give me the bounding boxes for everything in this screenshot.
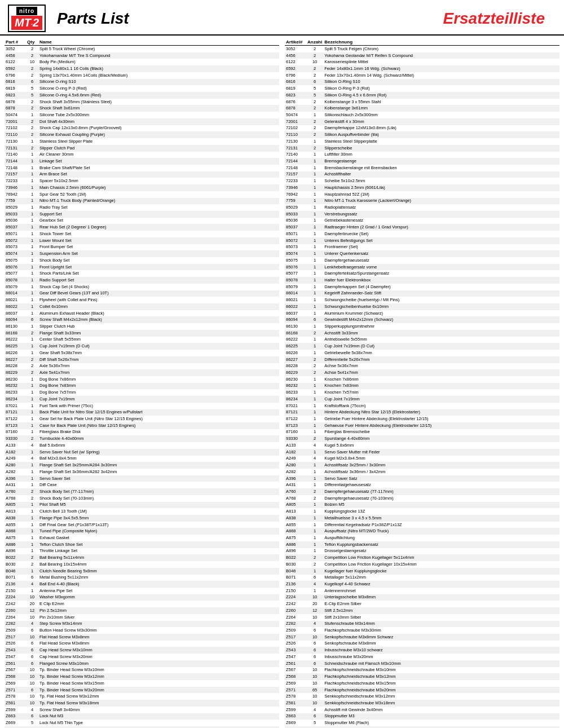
table-row: Z26410Stift 2x10mm Silber: [285, 614, 559, 621]
ersatzteilliste-title: Ersatzteilliste: [443, 10, 545, 28]
table-row: Z56910Flachkopfschneidschraube M3x15mm: [285, 680, 559, 687]
table-row: 862261Gear Shaft 5x38x7mm: [5, 350, 279, 356]
table-row: 721401Air Cleaner 30mm: [5, 152, 279, 158]
table-row: Z58110Senkkopfschneidschraube M3x18mm: [285, 700, 559, 707]
table-row: Z6695Lock Nut M5 Thin Type: [5, 720, 279, 726]
table-row: 850781Halter fuer Elektronikbox: [285, 277, 559, 284]
table-row: Z1501Antennenrohrset: [285, 588, 559, 594]
table-row: 850721Lower Mount Set: [5, 237, 279, 244]
table-row: 721301Stainless Steel Slipper Plate: [5, 138, 279, 145]
logo-area: nitro MT·2: [8, 5, 46, 32]
table-row: 850361Gearbox Set: [5, 218, 279, 224]
table-row: Z2824Stufenschraube M3x14mm: [285, 621, 559, 628]
table-row: Z2824Step Screw M3x14mm: [5, 621, 279, 628]
table-row: Z56810Flachkopfschneidschraube M3x12mm: [285, 673, 559, 680]
table-row: 67962Spring 13x70x1.40mm 14Coils (Black/…: [5, 72, 279, 79]
table-row: B0302Ball Bearing 10x15x4mm: [5, 561, 279, 568]
table-row: 862301Dog Bone 7x86mm: [5, 376, 279, 383]
table-row: 862282Achse 5x36x7mm: [285, 363, 559, 370]
table-row: 862321Knochen 7x83mm: [285, 383, 559, 390]
table-row: A4311Differentialgehaeusesatz: [285, 482, 559, 488]
table-row: 68166Silikon O-Ring S10: [285, 79, 559, 86]
table-row: Z22410Unterlagsscheibe M3x8mm: [285, 594, 559, 601]
right-parts-table: Artikel# Anzahl Bezeichnung 30522Split 5…: [285, 39, 559, 728]
table-row: Z51710Senkopfschraube M3x8mm Schwarz: [285, 634, 559, 641]
table-row: A3961Servo Saver Satz: [285, 475, 559, 482]
table-row: 721301Stainless Steel Slipperplatte: [285, 138, 559, 145]
table-row: A1334Kugel 5.8x6mm: [285, 442, 559, 449]
table-row: 871221Gear Set for Back Plate Unit (Nitr…: [5, 416, 279, 422]
table-row: A8681Auspuffsatz (Nitro MT/2WD Truck): [285, 528, 559, 535]
table-row: 68762Shock Shaft 3x55mm (Stainless Steel…: [5, 99, 279, 105]
table-row: 850751Shock Body Set: [5, 257, 279, 264]
table-row: 30522Split 5 Truck Wheel (Chrome): [5, 46, 279, 52]
table-row: 862272Differentielle 5x26x7mm: [285, 356, 559, 363]
table-row: Z5994Screw Shaft 3x40mm: [5, 707, 279, 713]
left-column: Part # Qty Name 30522Split 5 Truck Wheel…: [5, 39, 279, 728]
table-row: 850371Rear Hub Set (2 Degree/ 1 Degree): [5, 224, 279, 231]
table-row: 861682Flange Shaft 3x33mm: [5, 330, 279, 337]
col-header-artikel: Artikel#: [285, 39, 306, 46]
table-row: A8681Tuned Pipe (Composite Nylon): [5, 528, 279, 535]
table-row: 871601Fiberglass Brake Disk: [5, 429, 279, 436]
table-row: 44562Yokohama Geolandar M/T Reifen S Com…: [285, 52, 559, 59]
table-row: 850771Daempferteilsatz/Spurstangensatz: [285, 270, 559, 277]
table-row: Z56810Tp. Binder Head Screw M3x12mm: [5, 673, 279, 680]
table-row: 68195Silicone O-ring P-3 (Red): [5, 85, 279, 92]
table-row: 721571Achsstifthalter: [285, 171, 559, 178]
table-row: B0222Competition Low Friction Kugellager…: [285, 554, 559, 561]
parts-list-title: Parts List: [57, 10, 129, 28]
table-row: 739461Main Chassis 2.5mm (6061/Purple): [5, 184, 279, 191]
table-row: A7602Shock Body Set (77-117mm): [5, 488, 279, 495]
table-row: A8051Bolzen M5: [285, 502, 559, 509]
table-row: A8131Kupplungsglocke 13Z: [285, 508, 559, 515]
table-row: 860221Collet 6x10mm: [5, 303, 279, 310]
table-row: Z5616Schneidschraube mit Flansch M3x10mm: [285, 660, 559, 667]
table-row: Z26012Stift 2.5x12mm: [285, 607, 559, 614]
table-row: 850791Daempferkappen Set (4 Daempfer): [285, 284, 559, 290]
table-row: 850721Unteres Befestigungs Set: [285, 237, 559, 244]
table-row: 721312Slipperscheibe: [285, 145, 559, 152]
table-row: 871221Getriebe Fuer Hintere Abdeckung (E…: [285, 416, 559, 422]
table-row: 77591Nitro MT-1 Truck Body (Painted/Oran…: [5, 198, 279, 205]
table-row: 850331Support Set: [5, 211, 279, 218]
table-row: A8961Throttle Linkage Set: [5, 548, 279, 555]
table-row: Z22410Washer M3xgomm: [5, 594, 279, 601]
table-row: 862282Axle 5x36x7mm: [5, 363, 279, 370]
table-row: 721312Slipper Clutch Pad: [5, 145, 279, 152]
table-row: 850771Shock Parts/Link Set: [5, 270, 279, 277]
table-row: 850731Front Bumper Set: [5, 244, 279, 251]
table-row: Z57810Senkkopfschneidschraube M3x12mm: [285, 693, 559, 700]
table-row: B0716Metal Bushing 5x11x2mm: [5, 575, 279, 581]
nitro-logo: nitro: [16, 7, 37, 15]
table-row: 871211Back Plate Unit for Nitro Star 12/…: [5, 409, 279, 416]
col-header-part: Part #: [5, 39, 26, 46]
table-row: 862292Achse 5x41x7mm: [285, 369, 559, 376]
table-row: Z26012Pin 2.5x12mm: [5, 607, 279, 614]
table-row: 850711Shock Tower Set: [5, 231, 279, 237]
table-row: A2821Flange Shaft Set 3x36mm/A282 3x42mm: [5, 469, 279, 475]
table-row: Z1364Kugelkopf 4-40 Schwarz: [285, 581, 559, 588]
table-row: Z6636Stoppmutter M3: [285, 713, 559, 720]
table-row: A8131Clutch Bell 13 Tooth (1M): [5, 508, 279, 515]
table-row: 720012Gelenkstift 4 x 30mm: [285, 118, 559, 125]
table-row: 850371Radtraeger Hinten (2 Grad / 1 Grad…: [285, 224, 559, 231]
table-row: 769421Spur Gear 52 Tooth (1M): [5, 191, 279, 198]
table-row: 720012Dot Shaft 4x30mm: [5, 118, 279, 125]
table-row: A8861Teflon Kupplungsbackensatz: [285, 541, 559, 548]
table-row: A2821Achsstiftsatz 3x36mm / 3x42mm: [285, 469, 559, 475]
table-row: 871231Case for Back Plate Unit (Nitro St…: [5, 422, 279, 429]
table-row: Z5616Flanged Screw M3x10mm: [5, 660, 279, 667]
table-row: A1821Servo Saver Mutter mit Feder: [285, 449, 559, 456]
table-row: 862292Axle 5x41x7mm: [5, 369, 279, 376]
table-row: 862261Getriebewelle 5x38x7mm: [285, 350, 559, 356]
table-row: 933302Turnbuckle 4-40x60mm: [5, 435, 279, 442]
table-row: A7682Daempfergehaeusesatz (70-103mm): [285, 495, 559, 502]
table-row: B0461Kugellager fuer Kupplungsglocke: [285, 568, 559, 575]
table-row: Z26410Pin 2x10mm Silver: [5, 614, 279, 621]
table-row: 612210Body Pin (Medium): [5, 59, 279, 65]
table-row: 721102Silicone Exhaust Coupling (Purple): [5, 131, 279, 138]
table-row: A2801Flange Shaft Set 3x25mm/A284 3x30mm: [5, 462, 279, 469]
table-row: A1334Ball 5.8x6mm: [5, 442, 279, 449]
table-row: 850291Radio Tray Set: [5, 204, 279, 211]
